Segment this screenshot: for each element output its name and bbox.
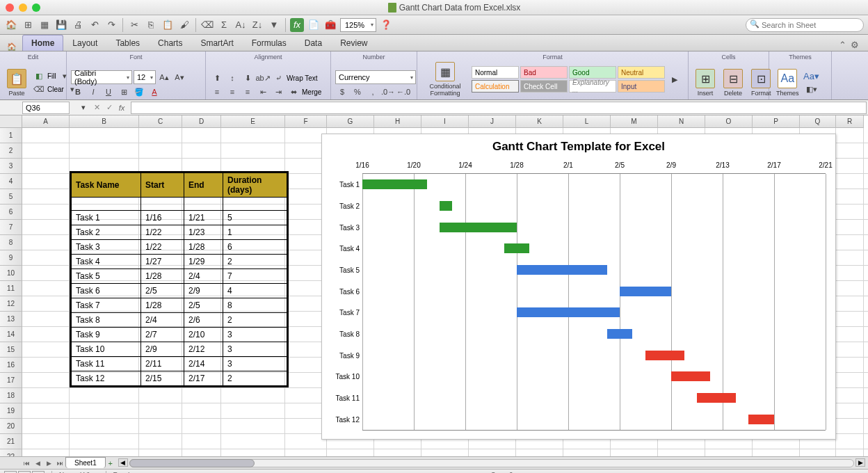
col-header[interactable]: E xyxy=(221,115,285,128)
cell[interactable]: 2 xyxy=(223,255,287,269)
row-header[interactable]: 13 xyxy=(0,312,22,327)
sheet-tab-active[interactable]: Sheet1 xyxy=(65,457,106,468)
col-header[interactable]: C xyxy=(139,115,182,128)
table-row[interactable]: Task 122/152/172 xyxy=(72,371,287,386)
conditional-formatting-button[interactable]: ▦Conditional Formatting xyxy=(421,61,469,98)
search-input[interactable] xyxy=(746,18,864,32)
cancel-icon[interactable]: ✕ xyxy=(90,102,103,114)
col-header[interactable]: O xyxy=(705,115,753,128)
fx-icon[interactable]: fx xyxy=(290,18,304,32)
theme-colors-icon[interactable]: ◧▾ xyxy=(805,83,819,96)
cell[interactable]: 1/27 xyxy=(141,255,184,269)
cell[interactable]: 2/14 xyxy=(184,357,223,371)
styles-more-icon[interactable]: ▶ xyxy=(668,73,682,86)
row-header[interactable]: 4 xyxy=(0,174,22,189)
header-duration[interactable]: Duration (days) xyxy=(223,173,287,198)
scroll-thumb[interactable] xyxy=(129,459,255,467)
cell[interactable]: Task 9 xyxy=(72,328,141,342)
font-name-selector[interactable]: Calibri (Body) xyxy=(71,70,132,84)
home-icon[interactable]: 🏠 xyxy=(4,18,18,32)
clear-label[interactable]: Clear xyxy=(47,86,64,93)
cell[interactable]: Task 5 xyxy=(72,269,141,284)
first-sheet-icon[interactable]: ⏮ xyxy=(21,458,32,468)
tab-data[interactable]: Data xyxy=(296,35,331,51)
orientation-icon[interactable]: ab↗ xyxy=(256,72,270,84)
style-explanatory[interactable]: Explanatory ... xyxy=(569,80,616,93)
row-header[interactable]: 7 xyxy=(0,220,22,235)
cell[interactable]: Task 10 xyxy=(72,342,141,357)
collapse-ribbon-icon[interactable]: ⌃ xyxy=(836,38,849,51)
table-row[interactable]: Task 71/282/58 xyxy=(72,298,287,313)
col-header[interactable]: G xyxy=(327,115,374,128)
fill-icon[interactable]: ◧ xyxy=(32,70,46,83)
col-header[interactable]: J xyxy=(469,115,516,128)
style-checkcell[interactable]: Check Cell xyxy=(520,80,568,93)
style-good[interactable]: Good xyxy=(569,66,616,79)
redo-icon[interactable]: ↷ xyxy=(104,18,118,32)
accept-icon[interactable]: ✓ xyxy=(103,102,115,114)
copy-icon[interactable]: ⎘ xyxy=(144,18,158,32)
page-break-icon[interactable] xyxy=(32,471,45,474)
cell[interactable]: Task 12 xyxy=(72,371,141,386)
align-top-icon[interactable]: ⬆ xyxy=(210,72,224,84)
help-icon[interactable]: ❓ xyxy=(379,18,393,32)
sort-desc-icon[interactable]: Z↓ xyxy=(250,18,264,32)
wrap-text-icon[interactable]: ⤶ xyxy=(271,72,285,84)
col-header[interactable]: Q xyxy=(800,115,836,128)
themes-button[interactable]: AaThemes xyxy=(773,67,802,98)
row-header[interactable]: 18 xyxy=(0,388,22,403)
col-header[interactable]: H xyxy=(374,115,421,128)
col-header[interactable]: K xyxy=(516,115,563,128)
header-end[interactable]: End xyxy=(184,173,223,198)
cell[interactable]: 2/5 xyxy=(141,284,184,298)
table-row[interactable]: Task 62/52/94 xyxy=(72,284,287,298)
cell[interactable]: 1/16 xyxy=(141,211,184,225)
merge-label[interactable]: Merge xyxy=(302,88,321,96)
close-icon[interactable] xyxy=(6,3,14,12)
cell[interactable]: 2/6 xyxy=(184,313,223,328)
col-header[interactable]: R xyxy=(836,115,864,128)
gantt-bar[interactable] xyxy=(517,265,607,275)
sheet-icon[interactable]: ▦ xyxy=(38,18,51,32)
table-row[interactable]: Task 102/92/123 xyxy=(72,342,287,357)
minimize-icon[interactable] xyxy=(19,3,27,12)
gantt-bar[interactable] xyxy=(362,179,427,189)
cell[interactable]: 2/15 xyxy=(141,371,184,386)
header-start[interactable]: Start xyxy=(141,173,184,198)
table-empty-row[interactable] xyxy=(72,198,287,211)
row-header[interactable]: 6 xyxy=(0,205,22,220)
gantt-bar[interactable] xyxy=(620,287,671,296)
prev-sheet-icon[interactable]: ◀ xyxy=(32,458,43,468)
cell[interactable]: Task 6 xyxy=(72,284,141,298)
insert-button[interactable]: ⊞Insert xyxy=(693,67,718,98)
col-header[interactable]: I xyxy=(421,115,469,128)
sort-asc-icon[interactable]: A↓ xyxy=(234,18,248,32)
increase-decimal-icon[interactable]: .0→ xyxy=(381,86,395,98)
cell[interactable]: 5 xyxy=(223,211,287,225)
cell[interactable]: Task 4 xyxy=(72,255,141,269)
row-header[interactable]: 8 xyxy=(0,235,22,250)
next-sheet-icon[interactable]: ▶ xyxy=(43,458,54,468)
cell[interactable]: 2/12 xyxy=(184,342,223,357)
decrease-indent-icon[interactable]: ⇤ xyxy=(256,86,270,98)
col-header[interactable]: N xyxy=(658,115,705,128)
ribbon-home-icon[interactable]: 🏠 xyxy=(7,42,19,51)
align-right-icon[interactable]: ≡ xyxy=(241,86,255,98)
cell[interactable]: 1/22 xyxy=(141,225,184,240)
col-header[interactable]: M xyxy=(611,115,658,128)
underline-button[interactable]: U xyxy=(102,86,115,98)
cell[interactable]: 2/11 xyxy=(141,357,184,371)
row-header[interactable]: 16 xyxy=(0,358,22,373)
tab-layout[interactable]: Layout xyxy=(63,35,106,51)
currency-icon[interactable]: $ xyxy=(335,86,349,98)
gantt-bar[interactable] xyxy=(440,223,517,232)
cell[interactable]: 1/29 xyxy=(184,255,223,269)
increase-font-icon[interactable]: A▴ xyxy=(157,71,171,83)
spreadsheet-grid[interactable]: ABCDEFGHIJKLMNOPQR 123456789101112131415… xyxy=(0,115,868,456)
fill-color-icon[interactable]: 🪣 xyxy=(132,86,146,98)
cells-viewport[interactable]: Task Name Start End Duration (days) Task… xyxy=(22,128,868,456)
decrease-font-icon[interactable]: A▾ xyxy=(172,71,186,83)
row-header[interactable]: 10 xyxy=(0,266,22,281)
clear-icon[interactable]: ⌫ xyxy=(200,18,214,32)
table-row[interactable]: Task 112/112/143 xyxy=(72,357,287,371)
